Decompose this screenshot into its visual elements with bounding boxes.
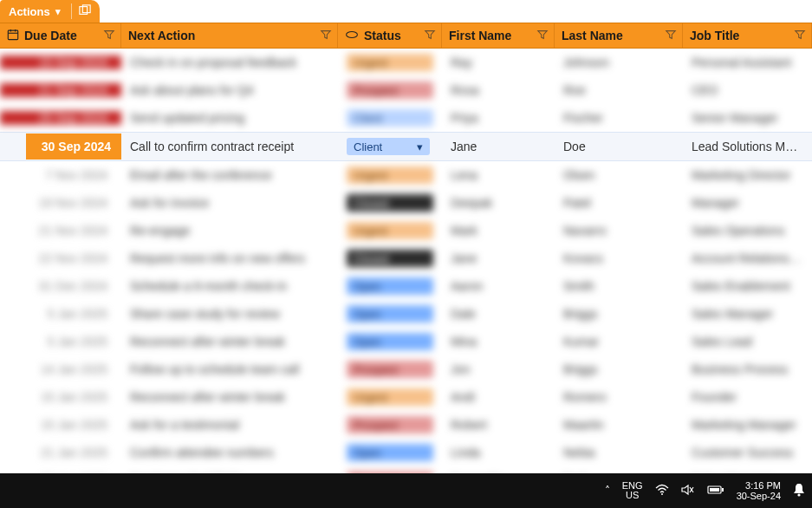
- cell-last-name: Briggs: [555, 307, 683, 321]
- cell-first-name: Mina: [442, 335, 555, 348]
- filter-icon[interactable]: [424, 29, 436, 43]
- cell-due-date: 30 Sep 2024: [0, 134, 121, 160]
- grid-edit-icon[interactable]: [79, 4, 91, 19]
- wifi-icon[interactable]: [655, 484, 669, 498]
- cell-due-date: 19 Nov 2024: [0, 196, 121, 210]
- cell-last-name: Maartin: [555, 418, 683, 432]
- cell-last-name: Fischer: [555, 111, 683, 125]
- cell-next-action: Confirm attendee numbers: [121, 446, 338, 459]
- cell-last-name: Johnson: [555, 55, 683, 69]
- cell-last-name: Smith: [555, 279, 683, 293]
- cell-job-title: Manager: [683, 196, 812, 210]
- cell-due-date: 25 Sep 2024: [0, 111, 121, 125]
- filter-icon[interactable]: [536, 29, 549, 43]
- cell-due-date: 15 Jan 2025: [0, 418, 121, 432]
- cell-due-date: 31 Dec 2024: [0, 279, 121, 293]
- cell-due-date: 21 Jan 2025: [0, 446, 121, 459]
- cell-first-name: Aaron: [442, 279, 555, 293]
- tag-icon: [345, 29, 359, 42]
- volume-icon[interactable]: [681, 484, 695, 498]
- header-due-date[interactable]: Due Date: [0, 23, 121, 48]
- table-row[interactable]: 14 Jan 2025Follow up to schedule team ca…: [0, 355, 812, 383]
- taskbar-clock[interactable]: 3:16 PM 30-Sep-24: [737, 480, 781, 501]
- taskbar-date: 30-Sep-24: [737, 491, 781, 501]
- cell-first-name: Rosa: [442, 83, 555, 97]
- cell-job-title: Marketing Director: [683, 168, 812, 182]
- cell-first-name: Jane: [442, 251, 555, 265]
- table-body: 15 Sep 2024Check in on proposal feedback…: [0, 49, 812, 473]
- svg-rect-12: [710, 488, 719, 492]
- header-job-title[interactable]: Job Title: [683, 23, 812, 48]
- cell-next-action: Check in on proposal feedback: [121, 55, 338, 69]
- cell-status: Open: [338, 277, 442, 295]
- cell-job-title: Personal Assistant: [683, 55, 812, 69]
- table-row[interactable]: 30 Sep 2024Call to confirm contract rece…: [0, 132, 812, 161]
- table-row[interactable]: 25 Sep 2024Send updated pricingClientPri…: [0, 104, 812, 132]
- cell-first-name: Lena: [442, 168, 555, 182]
- chevron-down-icon: ▾: [417, 140, 423, 153]
- header-first-name[interactable]: First Name: [442, 23, 555, 48]
- cell-status: Urgent: [338, 388, 442, 406]
- cell-first-name: Jane: [442, 140, 555, 153]
- table-row[interactable]: 31 Dec 2024Schedule a 6-month check-inOp…: [0, 272, 812, 300]
- table-row[interactable]: 15 Jan 2025Ask for a testimonialProspect…: [0, 411, 812, 439]
- taskbar-language[interactable]: ENG US: [622, 481, 643, 500]
- cell-job-title: Founder: [683, 390, 812, 404]
- cell-last-name: Doe: [555, 140, 683, 153]
- header-last-name-label: Last Name: [562, 29, 675, 42]
- cell-due-date: 21 Nov 2024: [0, 224, 121, 238]
- header-status[interactable]: Status: [338, 23, 442, 48]
- cell-status: Closed: [338, 194, 442, 212]
- table-row[interactable]: 21 Nov 2024Re-engageUrgentMarkNavarroSal…: [0, 217, 812, 244]
- table-row[interactable]: 21 Sep 2024Ask about plans for Q4Prospec…: [0, 76, 812, 104]
- cell-status: Open: [338, 333, 442, 350]
- filter-icon[interactable]: [794, 29, 806, 43]
- tab-divider: [71, 3, 72, 19]
- cell-last-name: Roe: [555, 83, 683, 97]
- table-row[interactable]: 19 Nov 2024Ask for invoiceClosedDeepakPa…: [0, 189, 812, 217]
- cell-next-action: Request more info on new offers: [121, 251, 338, 265]
- header-next-action[interactable]: Next Action: [121, 23, 338, 48]
- table-row[interactable]: 7 Nov 2024Email after the conferenceUrge…: [0, 161, 812, 189]
- battery-icon[interactable]: [707, 484, 724, 498]
- tray-chevron-up-icon[interactable]: ˄: [605, 485, 610, 497]
- cell-job-title: Sales Operations: [683, 224, 812, 238]
- header-last-name[interactable]: Last Name: [555, 23, 683, 48]
- cell-first-name: Priya: [442, 111, 555, 125]
- notifications-icon[interactable]: [793, 483, 805, 499]
- cell-next-action: Ask about plans for Q4: [121, 83, 338, 97]
- header-next-action-label: Next Action: [128, 29, 330, 42]
- table-row[interactable]: 27 Jan 2025Send new deal T&CsProspectSam…: [0, 466, 812, 473]
- table-row[interactable]: 5 Jan 2025Reconnect after winter breakOp…: [0, 328, 812, 355]
- table-row[interactable]: 22 Nov 2024Request more info on new offe…: [0, 244, 812, 272]
- cell-job-title: Account Relationship: [683, 251, 812, 265]
- cell-next-action: Schedule a 6-month check-in: [121, 279, 338, 293]
- cell-job-title: CEO: [683, 83, 812, 97]
- header-first-name-label: First Name: [449, 29, 547, 42]
- cell-last-name: Romero: [555, 390, 683, 404]
- cell-status: Closed: [338, 250, 442, 267]
- cell-job-title: Sales Enablement: [683, 279, 812, 293]
- cell-job-title: Sales Lead: [683, 335, 812, 348]
- filter-icon[interactable]: [665, 29, 677, 43]
- svg-rect-2: [8, 30, 17, 40]
- svg-point-7: [661, 493, 663, 495]
- filter-icon[interactable]: [103, 29, 115, 43]
- cell-status[interactable]: Client▾: [338, 138, 442, 155]
- cell-due-date: 5 Jan 2025: [0, 307, 121, 321]
- cell-next-action: Share case study for review: [121, 307, 338, 321]
- cell-status: Open: [338, 444, 442, 461]
- table-row[interactable]: 15 Sep 2024Check in on proposal feedback…: [0, 49, 812, 76]
- table-row[interactable]: 21 Jan 2025Confirm attendee numbersOpenL…: [0, 439, 812, 466]
- table-row[interactable]: 15 Jan 2025Reconnect after winter breakU…: [0, 383, 812, 411]
- cell-next-action: Follow up to schedule team call: [121, 362, 338, 376]
- table-row[interactable]: 5 Jan 2025Share case study for reviewOpe…: [0, 300, 812, 328]
- cell-due-date: 7 Nov 2024: [0, 168, 121, 182]
- cell-last-name: Patel: [555, 196, 683, 210]
- cell-due-date: 5 Jan 2025: [0, 335, 121, 348]
- cell-first-name: Andi: [442, 390, 555, 404]
- cell-next-action: Email after the conference: [121, 168, 338, 182]
- cell-first-name: Linda: [442, 446, 555, 459]
- filter-icon[interactable]: [320, 29, 332, 43]
- tab-actions[interactable]: Actions ▾: [0, 0, 100, 23]
